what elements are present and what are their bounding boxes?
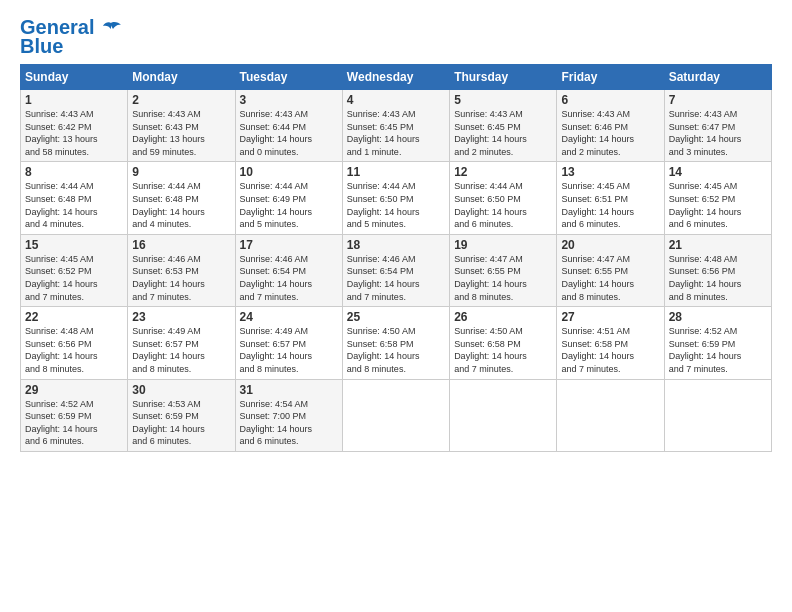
day-number: 22	[25, 310, 123, 324]
day-info: Sunrise: 4:44 AM Sunset: 6:50 PM Dayligh…	[347, 180, 445, 230]
day-info: Sunrise: 4:54 AM Sunset: 7:00 PM Dayligh…	[240, 398, 338, 448]
day-cell: 26Sunrise: 4:50 AM Sunset: 6:58 PM Dayli…	[450, 307, 557, 379]
day-number: 30	[132, 383, 230, 397]
day-number: 6	[561, 93, 659, 107]
day-cell: 19Sunrise: 4:47 AM Sunset: 6:55 PM Dayli…	[450, 234, 557, 306]
day-cell: 27Sunrise: 4:51 AM Sunset: 6:58 PM Dayli…	[557, 307, 664, 379]
day-number: 7	[669, 93, 767, 107]
day-number: 27	[561, 310, 659, 324]
day-info: Sunrise: 4:44 AM Sunset: 6:48 PM Dayligh…	[25, 180, 123, 230]
day-number: 2	[132, 93, 230, 107]
day-info: Sunrise: 4:46 AM Sunset: 6:53 PM Dayligh…	[132, 253, 230, 303]
day-info: Sunrise: 4:47 AM Sunset: 6:55 PM Dayligh…	[454, 253, 552, 303]
day-cell: 2Sunrise: 4:43 AM Sunset: 6:43 PM Daylig…	[128, 90, 235, 162]
day-info: Sunrise: 4:52 AM Sunset: 6:59 PM Dayligh…	[669, 325, 767, 375]
day-number: 4	[347, 93, 445, 107]
week-row-3: 15Sunrise: 4:45 AM Sunset: 6:52 PM Dayli…	[21, 234, 772, 306]
day-number: 17	[240, 238, 338, 252]
day-cell: 1Sunrise: 4:43 AM Sunset: 6:42 PM Daylig…	[21, 90, 128, 162]
logo: General Blue	[20, 16, 121, 58]
day-info: Sunrise: 4:51 AM Sunset: 6:58 PM Dayligh…	[561, 325, 659, 375]
day-cell: 5Sunrise: 4:43 AM Sunset: 6:45 PM Daylig…	[450, 90, 557, 162]
day-number: 29	[25, 383, 123, 397]
day-info: Sunrise: 4:50 AM Sunset: 6:58 PM Dayligh…	[454, 325, 552, 375]
day-number: 18	[347, 238, 445, 252]
day-cell: 31Sunrise: 4:54 AM Sunset: 7:00 PM Dayli…	[235, 379, 342, 451]
day-number: 11	[347, 165, 445, 179]
week-row-4: 22Sunrise: 4:48 AM Sunset: 6:56 PM Dayli…	[21, 307, 772, 379]
day-number: 31	[240, 383, 338, 397]
day-cell	[342, 379, 449, 451]
week-row-2: 8Sunrise: 4:44 AM Sunset: 6:48 PM Daylig…	[21, 162, 772, 234]
day-info: Sunrise: 4:48 AM Sunset: 6:56 PM Dayligh…	[25, 325, 123, 375]
day-number: 26	[454, 310, 552, 324]
day-info: Sunrise: 4:43 AM Sunset: 6:45 PM Dayligh…	[454, 108, 552, 158]
day-info: Sunrise: 4:45 AM Sunset: 6:52 PM Dayligh…	[669, 180, 767, 230]
day-cell: 21Sunrise: 4:48 AM Sunset: 6:56 PM Dayli…	[664, 234, 771, 306]
day-cell: 12Sunrise: 4:44 AM Sunset: 6:50 PM Dayli…	[450, 162, 557, 234]
day-cell: 18Sunrise: 4:46 AM Sunset: 6:54 PM Dayli…	[342, 234, 449, 306]
day-cell: 17Sunrise: 4:46 AM Sunset: 6:54 PM Dayli…	[235, 234, 342, 306]
day-header-tuesday: Tuesday	[235, 65, 342, 90]
day-info: Sunrise: 4:48 AM Sunset: 6:56 PM Dayligh…	[669, 253, 767, 303]
day-info: Sunrise: 4:44 AM Sunset: 6:50 PM Dayligh…	[454, 180, 552, 230]
day-cell	[557, 379, 664, 451]
day-info: Sunrise: 4:47 AM Sunset: 6:55 PM Dayligh…	[561, 253, 659, 303]
page-container: General Blue SundayMondayTuesdayWednesda…	[0, 0, 792, 462]
day-number: 23	[132, 310, 230, 324]
day-info: Sunrise: 4:49 AM Sunset: 6:57 PM Dayligh…	[132, 325, 230, 375]
logo-bird-icon	[101, 21, 121, 37]
day-info: Sunrise: 4:44 AM Sunset: 6:49 PM Dayligh…	[240, 180, 338, 230]
day-info: Sunrise: 4:46 AM Sunset: 6:54 PM Dayligh…	[240, 253, 338, 303]
day-header-thursday: Thursday	[450, 65, 557, 90]
day-number: 9	[132, 165, 230, 179]
day-number: 24	[240, 310, 338, 324]
day-number: 12	[454, 165, 552, 179]
day-cell	[450, 379, 557, 451]
day-number: 15	[25, 238, 123, 252]
calendar-table: SundayMondayTuesdayWednesdayThursdayFrid…	[20, 64, 772, 452]
day-info: Sunrise: 4:50 AM Sunset: 6:58 PM Dayligh…	[347, 325, 445, 375]
day-cell: 30Sunrise: 4:53 AM Sunset: 6:59 PM Dayli…	[128, 379, 235, 451]
day-cell: 11Sunrise: 4:44 AM Sunset: 6:50 PM Dayli…	[342, 162, 449, 234]
day-number: 21	[669, 238, 767, 252]
day-header-sunday: Sunday	[21, 65, 128, 90]
day-info: Sunrise: 4:43 AM Sunset: 6:44 PM Dayligh…	[240, 108, 338, 158]
day-number: 3	[240, 93, 338, 107]
day-cell: 4Sunrise: 4:43 AM Sunset: 6:45 PM Daylig…	[342, 90, 449, 162]
day-cell: 23Sunrise: 4:49 AM Sunset: 6:57 PM Dayli…	[128, 307, 235, 379]
day-info: Sunrise: 4:53 AM Sunset: 6:59 PM Dayligh…	[132, 398, 230, 448]
day-number: 19	[454, 238, 552, 252]
day-cell: 22Sunrise: 4:48 AM Sunset: 6:56 PM Dayli…	[21, 307, 128, 379]
day-header-monday: Monday	[128, 65, 235, 90]
day-number: 8	[25, 165, 123, 179]
logo-line2: Blue	[20, 35, 63, 58]
day-cell: 20Sunrise: 4:47 AM Sunset: 6:55 PM Dayli…	[557, 234, 664, 306]
day-info: Sunrise: 4:46 AM Sunset: 6:54 PM Dayligh…	[347, 253, 445, 303]
day-info: Sunrise: 4:43 AM Sunset: 6:47 PM Dayligh…	[669, 108, 767, 158]
day-cell: 14Sunrise: 4:45 AM Sunset: 6:52 PM Dayli…	[664, 162, 771, 234]
day-info: Sunrise: 4:43 AM Sunset: 6:45 PM Dayligh…	[347, 108, 445, 158]
day-cell: 8Sunrise: 4:44 AM Sunset: 6:48 PM Daylig…	[21, 162, 128, 234]
day-number: 5	[454, 93, 552, 107]
day-cell: 10Sunrise: 4:44 AM Sunset: 6:49 PM Dayli…	[235, 162, 342, 234]
day-cell	[664, 379, 771, 451]
day-cell: 6Sunrise: 4:43 AM Sunset: 6:46 PM Daylig…	[557, 90, 664, 162]
day-info: Sunrise: 4:45 AM Sunset: 6:51 PM Dayligh…	[561, 180, 659, 230]
day-number: 28	[669, 310, 767, 324]
day-cell: 3Sunrise: 4:43 AM Sunset: 6:44 PM Daylig…	[235, 90, 342, 162]
day-cell: 13Sunrise: 4:45 AM Sunset: 6:51 PM Dayli…	[557, 162, 664, 234]
header-row: SundayMondayTuesdayWednesdayThursdayFrid…	[21, 65, 772, 90]
week-row-5: 29Sunrise: 4:52 AM Sunset: 6:59 PM Dayli…	[21, 379, 772, 451]
day-info: Sunrise: 4:43 AM Sunset: 6:42 PM Dayligh…	[25, 108, 123, 158]
header: General Blue	[20, 16, 772, 58]
day-cell: 9Sunrise: 4:44 AM Sunset: 6:48 PM Daylig…	[128, 162, 235, 234]
day-cell: 28Sunrise: 4:52 AM Sunset: 6:59 PM Dayli…	[664, 307, 771, 379]
day-number: 10	[240, 165, 338, 179]
day-number: 1	[25, 93, 123, 107]
day-cell: 16Sunrise: 4:46 AM Sunset: 6:53 PM Dayli…	[128, 234, 235, 306]
day-info: Sunrise: 4:52 AM Sunset: 6:59 PM Dayligh…	[25, 398, 123, 448]
week-row-1: 1Sunrise: 4:43 AM Sunset: 6:42 PM Daylig…	[21, 90, 772, 162]
day-header-wednesday: Wednesday	[342, 65, 449, 90]
day-number: 14	[669, 165, 767, 179]
